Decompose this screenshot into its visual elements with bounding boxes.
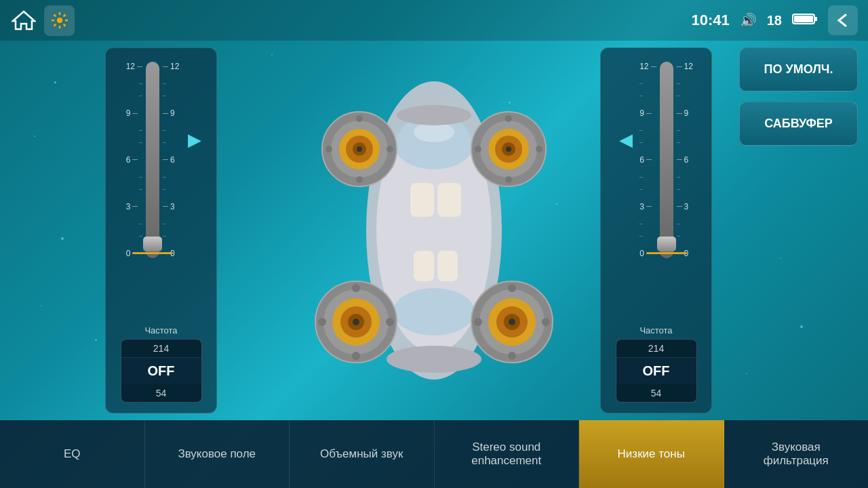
- svg-point-51: [509, 319, 515, 325]
- left-scale-left: 12 9 6 3 0: [126, 62, 142, 258]
- settings-button[interactable]: [44, 5, 75, 36]
- left-equalizer-panel: 12 9 6 3 0: [105, 47, 217, 413]
- battery-icon: [792, 12, 818, 29]
- svg-rect-10: [437, 183, 461, 217]
- svg-point-41: [353, 319, 359, 325]
- back-button[interactable]: [828, 5, 858, 35]
- svg-rect-4: [814, 17, 817, 21]
- speaker-front-right: [468, 108, 549, 190]
- default-button[interactable]: ПО УМОЛЧ.: [739, 47, 858, 92]
- svg-point-42: [318, 318, 326, 326]
- svg-point-54: [508, 284, 516, 292]
- speaker-front-left: [319, 108, 400, 190]
- volume-icon: 🔊: [740, 12, 757, 28]
- svg-point-53: [542, 318, 550, 326]
- svg-point-8: [393, 288, 475, 336]
- right-freq-main: OFF: [616, 358, 696, 384]
- svg-point-33: [536, 146, 542, 152]
- left-freq-bottom: 54: [121, 384, 201, 402]
- right-scale-left: 12 9 6 3 0: [639, 62, 656, 258]
- right-freq-bottom: 54: [616, 384, 696, 402]
- right-freq-box[interactable]: 214 OFF 54: [616, 339, 697, 403]
- svg-rect-9: [410, 183, 434, 217]
- right-freq-top: 214: [616, 340, 696, 358]
- time-display: 10:41: [691, 12, 729, 29]
- volume-number: 18: [767, 13, 782, 28]
- left-scale-right: 12 9 6 3 0: [163, 62, 179, 258]
- svg-point-55: [508, 352, 516, 360]
- svg-rect-12: [437, 251, 458, 281]
- right-freq-label: Частота: [639, 325, 672, 336]
- subwoofer-button[interactable]: САБВУФЕР: [739, 102, 858, 146]
- svg-point-34: [505, 115, 512, 122]
- svg-rect-11: [414, 251, 434, 281]
- car-image: [298, 54, 570, 407]
- svg-point-15: [397, 105, 471, 125]
- svg-point-22: [326, 146, 332, 152]
- speaker-rear-right: [468, 278, 556, 366]
- svg-point-1: [57, 18, 62, 23]
- svg-point-45: [352, 352, 360, 360]
- svg-point-25: [356, 176, 363, 183]
- side-buttons: ПО УМОЛЧ. САБВУФЕР: [739, 47, 858, 146]
- right-scale-right: 12 9 6 3 0: [677, 62, 693, 258]
- right-panel-arrow-left[interactable]: ◀: [619, 129, 633, 150]
- nav-stereo-enhancement[interactable]: Stereo sound enhancement: [435, 420, 580, 488]
- svg-point-31: [506, 146, 511, 152]
- svg-point-32: [475, 146, 481, 152]
- left-freq-label: Частота: [144, 325, 177, 336]
- left-panel-arrow-right[interactable]: ▶: [188, 129, 201, 150]
- svg-point-23: [387, 146, 393, 152]
- home-button[interactable]: [10, 7, 37, 34]
- left-freq-box[interactable]: 214 OFF 54: [121, 339, 202, 403]
- nav-eq[interactable]: EQ: [0, 420, 145, 488]
- nav-bass[interactable]: Низкие тоны: [579, 420, 724, 488]
- svg-point-14: [387, 346, 481, 373]
- svg-point-35: [505, 176, 512, 183]
- svg-point-43: [386, 318, 394, 326]
- main-content: 12 9 6 3 0: [0, 41, 868, 420]
- left-freq-main: OFF: [121, 358, 201, 384]
- svg-rect-3: [794, 16, 813, 22]
- right-equalizer-panel: ◀ 12 9 6 3 0: [600, 47, 712, 413]
- svg-point-44: [352, 284, 360, 292]
- svg-point-52: [474, 318, 482, 326]
- left-slider[interactable]: [146, 62, 159, 258]
- top-bar: 10:41 🔊 18: [0, 0, 868, 41]
- svg-point-24: [356, 115, 363, 122]
- nav-filter[interactable]: Звуковая фильтрация: [724, 420, 869, 488]
- nav-surround[interactable]: Объемный звук: [290, 420, 435, 488]
- speaker-rear-left: [312, 278, 400, 366]
- right-slider[interactable]: [660, 62, 673, 258]
- svg-marker-0: [13, 12, 35, 29]
- svg-point-21: [357, 146, 362, 152]
- nav-sound-field[interactable]: Звуковое поле: [145, 420, 290, 488]
- bottom-navigation: EQ Звуковое поле Объемный звук Stereo so…: [0, 420, 868, 488]
- left-freq-top: 214: [121, 340, 201, 358]
